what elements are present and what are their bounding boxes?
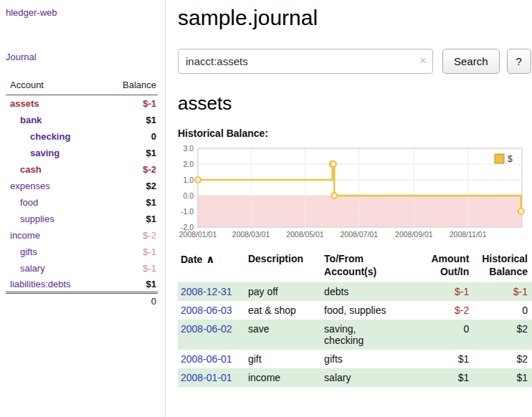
search-button[interactable]: Search bbox=[442, 49, 500, 74]
txn-amount: $-1 bbox=[411, 282, 474, 301]
svg-text:2008/01/01: 2008/01/01 bbox=[179, 230, 217, 239]
account-row: cash $-2 bbox=[6, 161, 158, 178]
register-header-row: Date∧ Description To/From Account(s) Amo… bbox=[178, 251, 532, 282]
txn-date-link[interactable]: 2008-06-03 bbox=[181, 305, 232, 316]
accounts-header-row: Account Balance bbox=[6, 77, 158, 95]
help-button[interactable]: ? bbox=[507, 49, 531, 74]
svg-text:$: $ bbox=[508, 154, 513, 164]
account-link-assets[interactable]: assets bbox=[10, 98, 39, 109]
accounts-table: Account Balance assets $-1 bank $1 check… bbox=[6, 77, 158, 310]
account-balance: $1 bbox=[104, 211, 158, 227]
balance-chart: 3.02.01.00.0-1.0-2.02008/01/012008/03/01… bbox=[178, 143, 532, 242]
account-row: supplies $1 bbox=[6, 211, 158, 227]
sidebar-journal-link[interactable]: Journal bbox=[6, 52, 158, 62]
accounts-total-value: 0 bbox=[104, 293, 158, 310]
txn-description: eat & shop bbox=[248, 301, 324, 320]
txn-amount: $1 bbox=[411, 350, 474, 368]
account-link-saving[interactable]: saving bbox=[30, 148, 60, 158]
account-balance: $1 bbox=[104, 194, 158, 211]
account-link-bank[interactable]: bank bbox=[20, 115, 42, 125]
txn-accounts: debts bbox=[324, 282, 410, 301]
account-balance: $2 bbox=[104, 178, 158, 194]
main-content: sample.journal × Search ? assets Histori… bbox=[178, 0, 532, 387]
account-balance: $-1 bbox=[104, 95, 158, 112]
account-row: assets $-1 bbox=[6, 95, 158, 112]
svg-text:2.0: 2.0 bbox=[183, 160, 194, 168]
txn-accounts: gifts bbox=[324, 350, 410, 368]
chart-title: Historical Balance: bbox=[178, 128, 532, 139]
account-link-checking[interactable]: checking bbox=[30, 131, 70, 142]
svg-text:2008/07/01: 2008/07/01 bbox=[340, 230, 378, 239]
account-link-income[interactable]: income bbox=[10, 230, 40, 241]
txn-accounts: food, supplies bbox=[324, 301, 410, 320]
txn-amount: 0 bbox=[411, 320, 474, 350]
register-row: 2008-01-01 income salary $1 $1 bbox=[178, 368, 532, 387]
txn-accounts: saving, checking bbox=[324, 320, 410, 350]
account-row: bank $1 bbox=[6, 112, 158, 128]
txn-date-link[interactable]: 2008-06-01 bbox=[181, 353, 232, 365]
svg-text:2008/05/01: 2008/05/01 bbox=[286, 230, 324, 239]
register-row: 2008-06-01 gift gifts $1 $2 bbox=[178, 350, 532, 368]
txn-description: pay off bbox=[248, 282, 324, 301]
account-row: salary $-1 bbox=[6, 260, 158, 277]
account-row: income $-2 bbox=[6, 227, 158, 244]
account-balance: $1 bbox=[104, 277, 158, 293]
txn-accounts: salary bbox=[324, 368, 410, 387]
register-header-date-label: Date bbox=[181, 254, 202, 265]
account-balance: $-2 bbox=[104, 227, 158, 244]
svg-text:-1.0: -1.0 bbox=[181, 207, 194, 216]
txn-date-cell: 2008-12-31 bbox=[178, 282, 248, 301]
account-row: expenses $2 bbox=[6, 178, 158, 194]
txn-balance: $1 bbox=[473, 368, 532, 387]
txn-date-link[interactable]: 2008-06-02 bbox=[181, 323, 232, 335]
register-row: 2008-12-31 pay off debts $-1 $-1 bbox=[178, 282, 532, 301]
search-input[interactable] bbox=[178, 49, 433, 74]
account-balance: $-2 bbox=[104, 161, 158, 178]
account-row: saving $1 bbox=[6, 145, 158, 161]
txn-date-cell: 2008-01-01 bbox=[178, 368, 248, 387]
account-link-salary[interactable]: salary bbox=[20, 263, 45, 274]
register-header-amount: Amount Out/In bbox=[411, 251, 474, 282]
account-link-supplies[interactable]: supplies bbox=[20, 214, 54, 224]
txn-date-cell: 2008-06-02 bbox=[178, 320, 248, 350]
txn-amount: $-2 bbox=[411, 301, 474, 320]
account-row: food $1 bbox=[6, 194, 158, 211]
account-link-gifts[interactable]: gifts bbox=[20, 246, 37, 257]
txn-date-link[interactable]: 2008-01-01 bbox=[181, 372, 232, 383]
account-balance: $1 bbox=[104, 112, 158, 128]
txn-description: save bbox=[248, 320, 324, 350]
txn-balance: $2 bbox=[473, 320, 532, 350]
svg-text:1.0: 1.0 bbox=[183, 176, 194, 184]
accounts-header-account: Account bbox=[6, 77, 104, 95]
register-row: 2008-06-03 eat & shop food, supplies $-2… bbox=[178, 301, 532, 320]
account-balance: $-1 bbox=[104, 260, 158, 277]
register-header-accounts: To/From Account(s) bbox=[324, 251, 410, 282]
txn-amount: $1 bbox=[411, 368, 474, 387]
register-header-balance: Historical Balance bbox=[473, 251, 532, 282]
register-row: 2008-06-02 save saving, checking 0 $2 bbox=[178, 320, 532, 350]
page-title: sample.journal bbox=[178, 6, 532, 30]
app-title-link[interactable]: hledger-web bbox=[6, 7, 158, 18]
txn-date-link[interactable]: 2008-12-31 bbox=[181, 286, 232, 297]
search-form: × Search ? bbox=[178, 49, 532, 74]
account-row: gifts $-1 bbox=[6, 244, 158, 260]
txn-date-cell: 2008-06-03 bbox=[178, 301, 248, 320]
account-balance: $-1 bbox=[104, 244, 158, 260]
svg-text:2008/09/01: 2008/09/01 bbox=[395, 230, 433, 239]
txn-balance: 0 bbox=[473, 301, 532, 320]
account-link-food[interactable]: food bbox=[20, 197, 38, 208]
register-header-date[interactable]: Date∧ bbox=[178, 251, 248, 282]
account-link-liabilities-debts[interactable]: liabilities:debts bbox=[10, 279, 71, 289]
account-heading: assets bbox=[178, 92, 532, 115]
accounts-header-balance: Balance bbox=[104, 77, 158, 95]
balance-chart-svg: 3.02.01.00.0-1.0-2.02008/01/012008/03/01… bbox=[178, 143, 527, 242]
svg-text:2008/11/01: 2008/11/01 bbox=[450, 230, 487, 239]
accounts-total-row: 0 bbox=[6, 293, 158, 310]
account-balance: $1 bbox=[104, 145, 158, 161]
clear-search-icon[interactable]: × bbox=[419, 54, 427, 67]
txn-date-cell: 2008-06-01 bbox=[178, 350, 248, 368]
account-link-cash[interactable]: cash bbox=[20, 164, 42, 175]
account-link-expenses[interactable]: expenses bbox=[10, 181, 50, 191]
txn-balance: $2 bbox=[473, 350, 532, 368]
svg-text:0.0: 0.0 bbox=[183, 191, 194, 200]
